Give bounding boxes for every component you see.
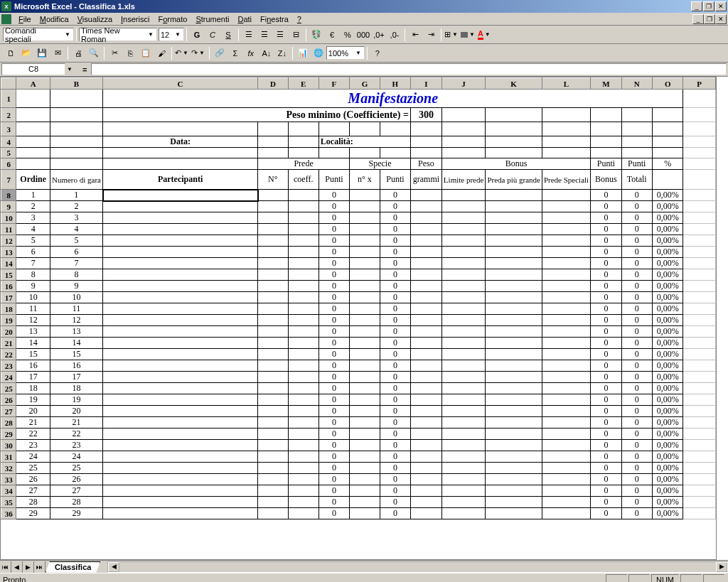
menu-strumenti[interactable]: Strumenti bbox=[191, 14, 233, 24]
cell[interactable] bbox=[441, 122, 486, 136]
chart-button[interactable]: 📊 bbox=[295, 45, 311, 61]
row-header-29[interactable]: 29 bbox=[1, 429, 16, 440]
col-header-F[interactable]: F bbox=[318, 78, 349, 90]
cell-numero[interactable]: 19 bbox=[50, 394, 102, 406]
cell-perc[interactable]: 0,00% bbox=[652, 338, 683, 349]
cell[interactable] bbox=[486, 235, 542, 247]
cell[interactable] bbox=[542, 235, 590, 247]
cell[interactable] bbox=[486, 417, 542, 429]
cell[interactable] bbox=[16, 108, 50, 122]
cell-punti[interactable]: 0 bbox=[318, 212, 349, 224]
close-button[interactable]: ✕ bbox=[715, 1, 727, 11]
cell-partecipanti[interactable] bbox=[103, 247, 258, 258]
cell-ptotali[interactable]: 0 bbox=[621, 474, 652, 485]
cell[interactable] bbox=[486, 497, 542, 508]
cell-partecipanti[interactable] bbox=[103, 258, 258, 269]
cell-ptotali[interactable]: 0 bbox=[621, 303, 652, 315]
cell-partecipanti[interactable] bbox=[103, 429, 258, 440]
cell-punti[interactable]: 0 bbox=[318, 474, 349, 485]
cell[interactable] bbox=[258, 235, 288, 247]
cell-punti[interactable]: 0 bbox=[318, 269, 349, 281]
cell-pbonus[interactable]: 0 bbox=[591, 224, 621, 235]
font-combo[interactable]: Times New Roman▼ bbox=[79, 28, 157, 41]
cell-ptotali[interactable]: 0 bbox=[621, 190, 652, 201]
cell-pbonus[interactable]: 0 bbox=[591, 247, 621, 258]
cell[interactable] bbox=[683, 349, 716, 360]
cell[interactable] bbox=[652, 136, 683, 148]
hyperlink-button[interactable]: 🔗 bbox=[212, 45, 228, 61]
cell[interactable] bbox=[542, 122, 590, 136]
cell-punti[interactable]: 0 bbox=[318, 281, 349, 292]
cell-ordine[interactable]: 20 bbox=[16, 406, 50, 417]
hdr-partecipanti[interactable]: Partecipanti bbox=[103, 170, 258, 190]
cell[interactable] bbox=[288, 235, 318, 247]
cell[interactable] bbox=[350, 269, 380, 281]
cell-perc[interactable]: 0,00% bbox=[652, 247, 683, 258]
percent-button[interactable]: % bbox=[340, 27, 355, 43]
cell[interactable] bbox=[16, 148, 50, 158]
cell[interactable] bbox=[542, 258, 590, 269]
cell-numero[interactable]: 22 bbox=[50, 429, 102, 440]
cell[interactable] bbox=[350, 122, 380, 136]
cell[interactable] bbox=[410, 349, 441, 360]
cell[interactable] bbox=[441, 372, 486, 383]
row-header-27[interactable]: 27 bbox=[1, 406, 16, 417]
cell-perc[interactable]: 0,00% bbox=[652, 201, 683, 212]
cell[interactable] bbox=[683, 440, 716, 451]
print-preview-button[interactable]: 🔍 bbox=[86, 45, 102, 61]
cell[interactable] bbox=[288, 148, 318, 158]
cell-ordine[interactable]: 18 bbox=[16, 383, 50, 394]
cell-pbonus[interactable]: 0 bbox=[591, 281, 621, 292]
cell[interactable] bbox=[350, 148, 380, 158]
cell-numero[interactable]: 26 bbox=[50, 474, 102, 485]
cell[interactable] bbox=[486, 315, 542, 326]
cell[interactable] bbox=[486, 338, 542, 349]
row-header-2[interactable]: 2 bbox=[1, 108, 16, 122]
cell[interactable] bbox=[441, 474, 486, 485]
hdr-perc[interactable]: % bbox=[652, 158, 683, 170]
cell-ordine[interactable]: 6 bbox=[16, 247, 50, 258]
cell[interactable] bbox=[258, 122, 288, 136]
cell[interactable] bbox=[288, 383, 318, 394]
cell[interactable] bbox=[350, 360, 380, 372]
cell[interactable] bbox=[350, 463, 380, 474]
cell-perc[interactable]: 0,00% bbox=[652, 383, 683, 394]
cell-pbonus[interactable]: 0 bbox=[591, 292, 621, 303]
open-button[interactable]: 📂 bbox=[18, 45, 34, 61]
cell-perc[interactable]: 0,00% bbox=[652, 281, 683, 292]
cell-punti2[interactable]: 0 bbox=[380, 326, 410, 338]
cell[interactable] bbox=[486, 485, 542, 497]
row-header-18[interactable]: 18 bbox=[1, 303, 16, 315]
menu-file[interactable]: File bbox=[14, 14, 36, 24]
cell-partecipanti[interactable] bbox=[103, 394, 258, 406]
zoom-combo[interactable]: 100%▼ bbox=[326, 46, 365, 60]
cell[interactable] bbox=[683, 417, 716, 429]
cell[interactable] bbox=[542, 394, 590, 406]
cell[interactable] bbox=[410, 485, 441, 497]
cell[interactable] bbox=[50, 122, 102, 136]
cell-punti[interactable]: 0 bbox=[318, 440, 349, 451]
cell[interactable] bbox=[258, 201, 288, 212]
hdr-coeff[interactable]: coeff. bbox=[288, 170, 318, 190]
cell-perc[interactable]: 0,00% bbox=[652, 463, 683, 474]
underline-button[interactable]: S bbox=[220, 27, 236, 43]
cell[interactable] bbox=[410, 429, 441, 440]
cell-ptotali[interactable]: 0 bbox=[621, 406, 652, 417]
cell-ordine[interactable]: 14 bbox=[16, 338, 50, 349]
cell-punti[interactable]: 0 bbox=[318, 406, 349, 417]
cell[interactable] bbox=[258, 269, 288, 281]
new-button[interactable]: 🗋 bbox=[3, 45, 18, 61]
cell[interactable] bbox=[486, 148, 542, 158]
cell[interactable] bbox=[441, 258, 486, 269]
cell[interactable] bbox=[486, 463, 542, 474]
cell-pbonus[interactable]: 0 bbox=[591, 201, 621, 212]
cell[interactable] bbox=[288, 258, 318, 269]
cell[interactable] bbox=[288, 429, 318, 440]
cell[interactable] bbox=[258, 394, 288, 406]
cell-punti[interactable]: 0 bbox=[318, 235, 349, 247]
cell[interactable] bbox=[683, 190, 716, 201]
cell[interactable] bbox=[683, 170, 716, 190]
cell[interactable] bbox=[683, 383, 716, 394]
cell-perc[interactable]: 0,00% bbox=[652, 190, 683, 201]
col-header-C[interactable]: C bbox=[103, 78, 258, 90]
